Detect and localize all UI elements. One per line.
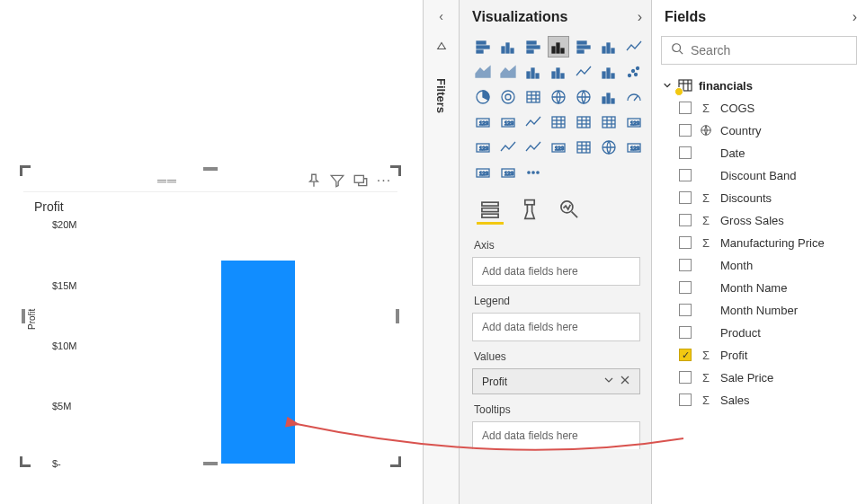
line-clustered-column-icon[interactable] — [548, 61, 569, 83]
get-more-icon[interactable]: 123 — [497, 162, 519, 183]
ribbon-chart-icon[interactable] — [573, 61, 594, 83]
field-manufacturing-price[interactable]: ΣManufacturing Price — [679, 235, 859, 250]
powerapps-icon[interactable]: 123 — [623, 137, 645, 158]
field-sales[interactable]: ΣSales — [679, 393, 859, 407]
resize-handle-right[interactable] — [396, 309, 399, 323]
legend-well[interactable]: Add data fields here — [472, 313, 640, 341]
checkbox[interactable] — [679, 281, 692, 294]
checkbox[interactable] — [679, 393, 692, 406]
field-gross-sales[interactable]: ΣGross Sales — [679, 213, 859, 227]
expand-filters-icon[interactable]: ‹ — [439, 9, 443, 23]
resize-handle-top[interactable] — [203, 167, 218, 171]
field-discounts[interactable]: ΣDiscounts — [679, 190, 859, 205]
checkbox[interactable] — [679, 349, 692, 361]
key-influencers-icon[interactable] — [497, 137, 519, 158]
resize-handle-br[interactable] — [390, 456, 401, 467]
remove-field-icon[interactable] — [620, 375, 630, 388]
matrix-icon[interactable] — [598, 111, 620, 133]
checkbox[interactable] — [679, 146, 692, 159]
hundred-stacked-bar-icon[interactable] — [573, 36, 594, 57]
table-icon[interactable] — [573, 111, 594, 133]
globe-icon — [699, 123, 713, 137]
field-month-name[interactable]: Month Name — [679, 280, 859, 295]
checkbox[interactable] — [679, 124, 692, 137]
resize-handle-tl[interactable] — [20, 165, 31, 176]
hundred-stacked-column-icon[interactable] — [598, 36, 620, 57]
multi-row-card-icon[interactable]: 123 — [497, 111, 519, 133]
tooltips-well[interactable]: Add data fields here — [472, 421, 640, 449]
stacked-bar-icon[interactable] — [472, 36, 494, 57]
fields-search[interactable] — [661, 36, 857, 65]
area-chart-icon[interactable] — [472, 61, 494, 83]
line-chart-icon[interactable] — [623, 36, 645, 57]
sort-icon[interactable] — [435, 40, 448, 55]
custom-visual-icon[interactable]: 123 — [472, 162, 494, 183]
focus-mode-icon[interactable] — [353, 172, 369, 189]
resize-handle-bl[interactable] — [20, 456, 31, 467]
slicer-icon[interactable] — [548, 111, 569, 133]
legend-well-label: Legend — [474, 295, 640, 307]
scatter-chart-icon[interactable] — [623, 61, 645, 83]
py-visual-icon[interactable]: 123 — [472, 137, 494, 158]
clustered-bar-icon[interactable] — [522, 36, 544, 57]
chevron-down-icon[interactable] — [603, 375, 614, 388]
field-country[interactable]: Country — [679, 123, 859, 137]
report-canvas[interactable]: ══ ··· Profit Profit $20M $15M $10M $5M … — [0, 0, 423, 504]
axis-well[interactable]: Add data fields here — [472, 257, 640, 286]
checkbox[interactable] — [679, 326, 692, 339]
clustered-column-icon[interactable] — [548, 36, 569, 57]
drag-grip-icon[interactable]: ══ — [29, 173, 306, 188]
pin-icon[interactable] — [306, 172, 322, 189]
visual-header[interactable]: ══ ··· — [23, 169, 397, 192]
qa-icon[interactable]: 123 — [548, 137, 569, 158]
stacked-column-icon[interactable] — [497, 36, 519, 57]
filter-icon[interactable] — [329, 172, 345, 189]
stacked-area-icon[interactable] — [497, 61, 519, 83]
decomp-tree-icon[interactable] — [522, 137, 544, 158]
search-input[interactable] — [691, 43, 848, 57]
line-stacked-column-icon[interactable] — [522, 61, 544, 83]
filters-pane-collapsed[interactable]: ‹ Filters — [423, 0, 459, 504]
checkbox[interactable] — [679, 214, 692, 226]
checkbox[interactable] — [679, 259, 692, 271]
collapse-viz-icon[interactable]: › — [638, 9, 642, 25]
field-product[interactable]: Product — [679, 325, 859, 340]
sigma-icon: Σ — [699, 348, 713, 362]
format-tab-icon[interactable] — [518, 198, 541, 221]
funnel-icon[interactable] — [598, 86, 620, 108]
donut-chart-icon[interactable] — [497, 86, 519, 108]
gauge-icon[interactable] — [623, 86, 645, 108]
collapse-fields-icon[interactable]: › — [853, 9, 857, 25]
field-sale-price[interactable]: ΣSale Price — [679, 370, 859, 385]
arcgis-icon[interactable] — [598, 137, 620, 158]
field-profit[interactable]: ΣProfit — [679, 348, 859, 362]
kpi-icon[interactable] — [522, 111, 544, 133]
checkbox[interactable] — [679, 191, 692, 204]
more-icon[interactable] — [522, 162, 544, 183]
treemap-icon[interactable] — [522, 86, 544, 108]
map-icon[interactable] — [548, 86, 569, 108]
field-cogs[interactable]: ΣCOGS — [679, 101, 859, 115]
visual-tile[interactable]: ══ ··· Profit Profit $20M $15M $10M $5M … — [22, 168, 398, 464]
checkbox[interactable] — [679, 371, 692, 384]
table-financials[interactable]: financials — [652, 74, 866, 101]
field-month[interactable]: Month — [679, 258, 859, 272]
fields-tab-icon[interactable] — [478, 198, 502, 221]
field-month-number[interactable]: Month Number — [679, 303, 859, 317]
waterfall-icon[interactable] — [598, 61, 620, 83]
paginated-icon[interactable] — [573, 137, 594, 158]
r-visual-icon[interactable]: 123 — [623, 111, 645, 133]
filled-map-icon[interactable] — [573, 86, 594, 108]
values-well[interactable]: Profit — [472, 368, 640, 394]
card-icon[interactable]: 123 — [472, 111, 494, 133]
checkbox[interactable] — [679, 169, 692, 181]
pie-chart-icon[interactable] — [472, 86, 494, 108]
checkbox[interactable] — [679, 102, 692, 114]
checkbox[interactable] — [679, 304, 692, 316]
field-discount-band[interactable]: Discount Band — [679, 168, 859, 182]
checkbox[interactable] — [679, 236, 692, 249]
resize-handle-tr[interactable] — [390, 165, 401, 176]
resize-handle-left[interactable] — [22, 309, 25, 323]
field-date[interactable]: Date — [679, 146, 859, 160]
analytics-tab-icon[interactable] — [558, 198, 581, 221]
